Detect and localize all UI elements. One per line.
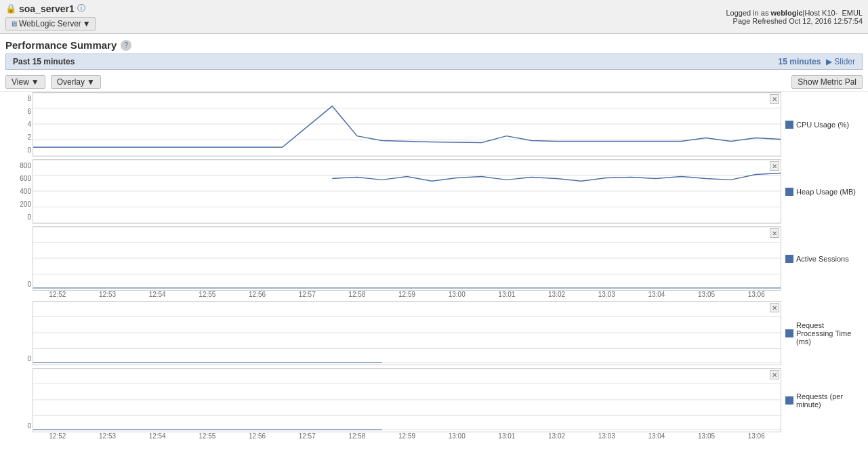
requests-min-legend-item: Requests (per minute) <box>785 392 859 409</box>
sessions-legend-color <box>785 255 793 263</box>
requests-min-chart-wrapper: 0 ✕ Requests (per minute) <box>5 368 863 432</box>
view-label: View <box>12 77 29 87</box>
toolbar: View ▼ Overlay ▼ Show Metric Pal <box>0 73 868 92</box>
slider-button[interactable]: ▶ Slider <box>826 57 855 66</box>
x-label: 13:03 <box>581 432 632 440</box>
page-title: Performance Summary <box>5 39 117 51</box>
sessions-y-axis: 0 <box>5 226 33 291</box>
requests-min-chart-section: 0 ✕ Requests (per minute) <box>5 368 863 440</box>
heap-chart-container: ✕ <box>33 159 781 224</box>
slider-label: Slider <box>834 57 855 66</box>
title-help-icon[interactable]: ? <box>121 40 131 51</box>
requests-min-legend-label: Requests (per minute) <box>796 392 859 409</box>
cpu-chart-wrapper: 8 6 4 2 0 ✕ <box>5 92 863 157</box>
requests-min-chart-legend: Requests (per minute) <box>781 368 863 432</box>
summary-bar: Past 15 minutes 15 minutes ▶ Slider <box>5 54 863 70</box>
request-chart-section: 0 ✕ Request Processing Time (ms) <box>5 301 863 365</box>
overlay-dropdown-arrow: ▼ <box>87 77 95 87</box>
sessions-chart-close[interactable]: ✕ <box>770 228 779 238</box>
sessions-chart-container: ✕ <box>33 226 781 291</box>
x-label: 13:03 <box>581 291 632 298</box>
heap-legend-color <box>785 188 793 196</box>
x-label: 13:05 <box>682 291 732 298</box>
cpu-chart-section: 8 6 4 2 0 ✕ <box>5 92 863 157</box>
page-refreshed: Page Refreshed Oct 12, 2016 12:57:54 <box>726 17 863 25</box>
sessions-chart-section: 0 ✕ Active Sessions <box>5 226 863 298</box>
toolbar-left: View ▼ Overlay ▼ <box>5 75 101 89</box>
weblogic-menu-label: WebLogic Server <box>19 19 81 28</box>
x-label: 13:05 <box>682 432 732 440</box>
heap-legend-item: Heap Usage (MB) <box>785 188 856 196</box>
x-label: 13:02 <box>532 291 582 298</box>
x-label: 13:04 <box>632 432 682 440</box>
x-label: 12:54 <box>132 432 182 440</box>
weblogic-icon: 🖥 <box>10 20 18 28</box>
x-label: 12:52 <box>33 291 83 298</box>
requests-min-y-axis: 0 <box>5 368 33 432</box>
minutes-label: 15 minutes <box>779 57 821 66</box>
cpu-chart-svg <box>33 93 781 156</box>
sessions-legend-label: Active Sessions <box>796 255 849 263</box>
overlay-button[interactable]: Overlay ▼ <box>51 75 101 89</box>
x-label: 12:55 <box>182 432 232 440</box>
requests-min-chart-close[interactable]: ✕ <box>770 370 779 379</box>
heap-chart-close[interactable]: ✕ <box>770 161 779 171</box>
info-icon[interactable]: ⓘ <box>77 3 85 14</box>
summary-bar-right: 15 minutes ▶ Slider <box>779 57 855 66</box>
sessions-legend-item: Active Sessions <box>785 255 849 263</box>
cpu-legend-label: CPU Usage (%) <box>796 121 849 129</box>
heap-chart-svg <box>33 160 781 223</box>
x-label: 12:56 <box>232 291 283 298</box>
request-legend-color <box>785 329 793 337</box>
x-label: 12:59 <box>382 432 432 440</box>
x-label: 12:54 <box>132 291 182 298</box>
x-label: 13:06 <box>731 432 781 440</box>
heap-chart-section: 800 600 400 200 0 ✕ <box>5 159 863 224</box>
cpu-chart-container: ✕ <box>33 92 781 157</box>
heap-chart-wrapper: 800 600 400 200 0 ✕ <box>5 159 863 224</box>
requests-min-legend-color <box>785 396 793 405</box>
request-legend-item: Request Processing Time (ms) <box>785 321 859 346</box>
cpu-chart-legend: CPU Usage (%) <box>781 92 863 157</box>
logged-in-prefix: Logged in as <box>726 9 770 17</box>
header-right: Logged in as weblogic|Host K10- EMUL Pag… <box>726 9 863 25</box>
show-metric-pal-button[interactable]: Show Metric Pal <box>791 75 863 89</box>
logged-in-text: Logged in as weblogic|Host K10- EMUL <box>726 9 863 17</box>
cpu-y-axis: 8 6 4 2 0 <box>5 92 33 157</box>
x-label: 13:01 <box>482 291 532 298</box>
weblogic-dropdown-arrow: ▼ <box>83 19 91 28</box>
server-lock-icon: 🔒 <box>5 3 16 14</box>
weblogic-server-menu[interactable]: 🖥 WebLogic Server ▼ <box>5 17 96 30</box>
page-title-bar: Performance Summary ? <box>0 34 868 54</box>
request-chart-svg <box>33 302 781 365</box>
summary-bar-label: Past 15 minutes <box>13 57 75 66</box>
request-legend-label: Request Processing Time (ms) <box>796 321 859 346</box>
x-label: 13:02 <box>532 432 582 440</box>
x-label: 13:00 <box>432 432 482 440</box>
requests-min-chart-svg <box>33 369 781 432</box>
x-label: 13:06 <box>731 291 781 298</box>
cpu-chart-close[interactable]: ✕ <box>770 94 779 104</box>
heap-legend-label: Heap Usage (MB) <box>796 188 856 196</box>
x-label: 12:53 <box>83 291 133 298</box>
heap-y-axis: 800 600 400 200 0 <box>5 159 33 224</box>
server-name: soa_server1 <box>19 3 75 14</box>
charts-area: 8 6 4 2 0 ✕ <box>0 92 868 442</box>
emul-label: EMUL <box>842 9 863 17</box>
cpu-legend-item: CPU Usage (%) <box>785 121 849 129</box>
x-label: 12:58 <box>332 291 382 298</box>
logged-in-user: weblogic <box>770 9 802 17</box>
sessions-chart-svg <box>33 227 781 290</box>
header-left: 🔒 soa_server1 ⓘ 🖥 WebLogic Server ▼ <box>5 3 96 30</box>
sessions-chart-legend: Active Sessions <box>781 226 863 291</box>
x-label: 12:56 <box>232 432 283 440</box>
x-label: 13:00 <box>432 291 482 298</box>
request-y-axis: 0 <box>5 301 33 365</box>
x-label: 12:59 <box>382 291 432 298</box>
header: 🔒 soa_server1 ⓘ 🖥 WebLogic Server ▼ Logg… <box>0 0 868 34</box>
requests-min-chart-container: ✕ <box>33 368 781 432</box>
view-button[interactable]: View ▼ <box>5 75 45 89</box>
request-chart-close[interactable]: ✕ <box>770 303 779 312</box>
heap-chart-legend: Heap Usage (MB) <box>781 159 863 224</box>
cpu-legend-color <box>785 121 793 129</box>
